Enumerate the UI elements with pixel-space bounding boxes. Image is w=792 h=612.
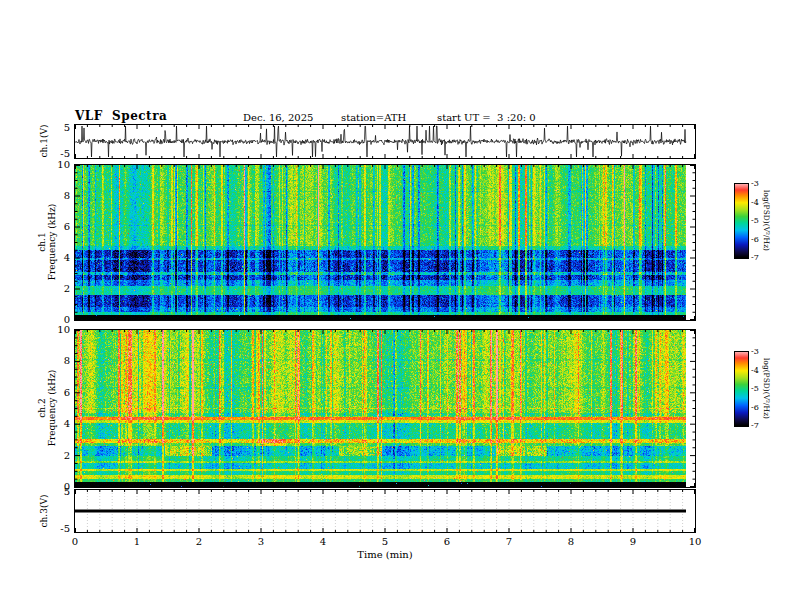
colorbar-ch2-label: log(PSD)(V²/Hz) — [762, 344, 771, 434]
vlf-spectra-figure: VLF Spectra Dec. 16, 2025 station=ATH st… — [0, 0, 792, 612]
ch1-waveform-panel — [74, 124, 696, 159]
colorbar-tick-label: -3 — [751, 348, 759, 356]
colorbar-tick-label: -6 — [751, 404, 759, 412]
y-tick-label: 6 — [46, 221, 70, 232]
x-tick-label: 5 — [373, 536, 397, 547]
y-tick-label: 2 — [46, 450, 70, 461]
x-tick-label: 9 — [621, 536, 645, 547]
colorbar-ch2 — [734, 351, 749, 427]
x-tick-label: 7 — [497, 536, 521, 547]
figure-date: Dec. 16, 2025 — [243, 112, 313, 123]
colorbar-ch2-canvas — [735, 352, 748, 426]
figure-title: VLF Spectra — [75, 109, 167, 123]
start-ut-label: start UT = 3 :20: 0 — [437, 112, 536, 123]
x-tick-label: 8 — [559, 536, 583, 547]
station-label: station=ATH — [341, 112, 406, 123]
y-tick-label: 4 — [46, 252, 70, 263]
y-tick-label: 4 — [46, 418, 70, 429]
x-tick-label: 10 — [683, 536, 707, 547]
colorbar-tick-label: -3 — [751, 180, 759, 188]
y-tick-label: -5 — [46, 148, 70, 159]
y-tick-label: 8 — [46, 355, 70, 366]
x-tick-label: 6 — [435, 536, 459, 547]
y-tick-label: 5 — [46, 122, 70, 133]
x-tick-label: 2 — [187, 536, 211, 547]
x-tick-label: 1 — [125, 536, 149, 547]
ch2-spectrogram-canvas — [75, 330, 695, 487]
ch1-spectrogram-canvas — [75, 165, 695, 320]
colorbar-ch1-label: log(PSD)(V²/Hz) — [762, 176, 771, 266]
colorbar-tick-label: -5 — [751, 217, 759, 225]
y-tick-label: 10 — [46, 159, 70, 170]
y-tick-label: 5 — [46, 486, 70, 497]
ch3-waveform-panel — [74, 489, 696, 533]
time-axis-label: Time (min) — [345, 549, 425, 560]
ch1-spectrogram-panel — [74, 164, 696, 321]
colorbar-tick-label: -4 — [751, 367, 759, 375]
x-tick-label: 3 — [249, 536, 273, 547]
ch2-spectrogram-panel — [74, 329, 696, 488]
ch3-waveform-canvas — [75, 490, 695, 532]
colorbar-ch1-canvas — [735, 184, 748, 258]
y-tick-label: 8 — [46, 190, 70, 201]
y-tick-label: 6 — [46, 387, 70, 398]
colorbar-tick-label: -7 — [751, 254, 759, 262]
colorbar-tick-label: -5 — [751, 385, 759, 393]
colorbar-tick-label: -6 — [751, 236, 759, 244]
y-tick-label: -5 — [46, 523, 70, 534]
y-tick-label: 10 — [46, 324, 70, 335]
colorbar-ch1 — [734, 183, 749, 259]
x-tick-label: 4 — [311, 536, 335, 547]
colorbar-tick-label: -4 — [751, 199, 759, 207]
y-tick-label: 2 — [46, 283, 70, 294]
x-tick-label: 0 — [63, 536, 87, 547]
colorbar-tick-label: -7 — [751, 422, 759, 430]
ch1-waveform-canvas — [75, 125, 695, 158]
